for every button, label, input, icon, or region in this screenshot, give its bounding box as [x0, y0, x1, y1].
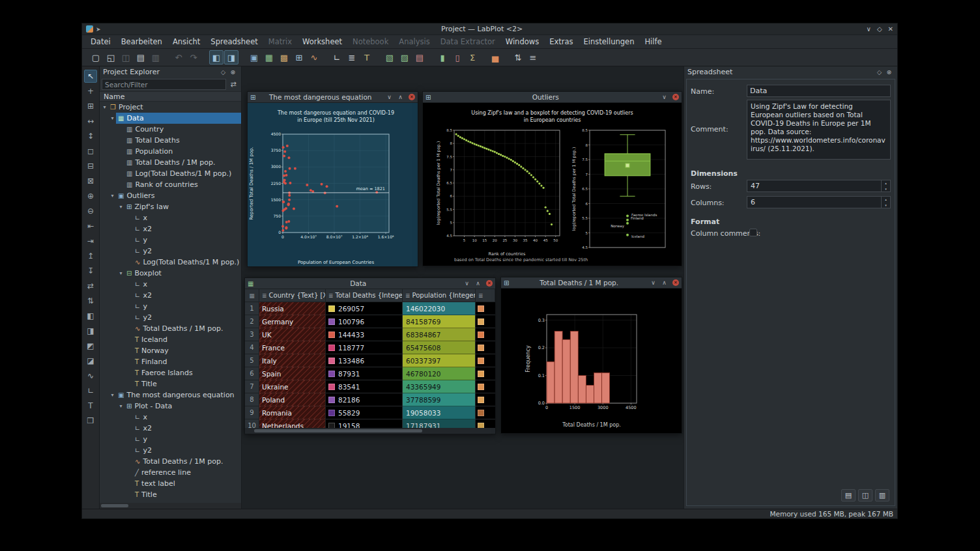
- save-document-icon[interactable]: ◫: [119, 50, 133, 64]
- zoom-x-select-icon[interactable]: ↔: [84, 115, 97, 128]
- cell-country[interactable]: Spain: [259, 367, 326, 380]
- tree-item[interactable]: T Finland: [100, 356, 241, 367]
- worksheet-canvas[interactable]: 07501500225030003750450004.0×10⁷8.0×10⁷1…: [248, 103, 418, 266]
- expander-icon[interactable]: ▾: [109, 115, 116, 121]
- tree-item[interactable]: ▥ Log(Total Deaths/1 M pop.): [100, 168, 241, 179]
- statistics-icon[interactable]: Σ: [465, 50, 480, 64]
- dock-top-icon[interactable]: ◩: [84, 339, 97, 352]
- column-header-partial[interactable]: ≣: [476, 289, 495, 302]
- comment-field[interactable]: Using Zipf's Law for detecting European …: [747, 100, 891, 160]
- selection-mode-icon[interactable]: ◨: [224, 50, 238, 64]
- tree-item[interactable]: ∟ x2: [100, 423, 241, 434]
- cell-total-deaths[interactable]: 100796: [326, 315, 403, 328]
- cell-total-deaths[interactable]: 55829: [326, 406, 403, 419]
- cell-population[interactable]: 68384867: [403, 328, 476, 341]
- row-number[interactable]: 8: [245, 393, 259, 406]
- dock-left-icon[interactable]: ◧: [84, 309, 97, 322]
- subwindow-titlebar[interactable]: ▦ Data ∨ ∧ ✕: [245, 278, 495, 289]
- cell-country[interactable]: UK: [259, 328, 326, 341]
- cell-population[interactable]: 46780120: [403, 367, 476, 380]
- rows-spinbox[interactable]: 47 ▴ ▾: [747, 180, 891, 192]
- restore-icon[interactable]: ∧: [660, 279, 669, 287]
- tree-item[interactable]: ∟ y2: [100, 312, 241, 323]
- expander-icon[interactable]: ▾: [109, 392, 116, 398]
- cell-country[interactable]: Netherlands: [259, 419, 326, 428]
- menu-data-extractor[interactable]: Data Extractor: [435, 35, 500, 48]
- save-icon[interactable]: ◫: [858, 489, 872, 502]
- cell-extra[interactable]: [476, 393, 495, 406]
- insert-column-icon[interactable]: ▮: [435, 50, 450, 64]
- worksheet-canvas[interactable]: 0.00.10.20.30150030004500Total Deaths / …: [501, 289, 682, 433]
- row-number[interactable]: 7: [245, 380, 259, 393]
- save-as-icon[interactable]: ▥: [875, 489, 889, 502]
- menu-spreadsheet[interactable]: Spreadsheet: [205, 35, 263, 48]
- restore-icon[interactable]: ∧: [474, 279, 482, 288]
- cell-extra[interactable]: [476, 367, 495, 380]
- tree-item[interactable]: ▥ Rank of countries: [100, 179, 241, 190]
- dock-right-icon[interactable]: ◨: [84, 324, 97, 337]
- print-preview-icon[interactable]: ▥: [149, 50, 163, 64]
- axis-tool-icon[interactable]: ∟: [84, 384, 97, 397]
- tree-item[interactable]: ▾ ⊞ Zipf's law: [100, 201, 241, 212]
- cell-population[interactable]: 60337397: [403, 354, 476, 367]
- cell-total-deaths[interactable]: 19158: [326, 419, 403, 428]
- cell-total-deaths[interactable]: 83541: [326, 380, 403, 393]
- cell-total-deaths[interactable]: 269057: [326, 302, 403, 315]
- new-xy-curve-icon[interactable]: ∿: [307, 50, 321, 64]
- cell-extra[interactable]: [476, 315, 495, 328]
- select-cursor-icon[interactable]: ↖: [84, 70, 97, 83]
- close-icon[interactable]: ✕: [672, 279, 679, 286]
- open-document-icon[interactable]: ◱: [104, 50, 118, 64]
- cell-extra[interactable]: [476, 354, 495, 367]
- curve-tool-icon[interactable]: ∿: [84, 369, 97, 382]
- folder-tool-icon[interactable]: ❒: [84, 414, 97, 427]
- cell-total-deaths[interactable]: 133486: [326, 354, 403, 367]
- pointer-mode-icon[interactable]: ◧: [209, 50, 223, 64]
- cell-population[interactable]: 17187931: [403, 419, 476, 428]
- histogram-chart[interactable]: 0.00.10.20.30150030004500Total Deaths / …: [525, 311, 642, 429]
- cell-country[interactable]: Russia: [259, 302, 326, 315]
- tree-item[interactable]: ▥ Total Deaths: [100, 135, 241, 146]
- maximize-button[interactable]: ◇: [877, 25, 882, 33]
- cell-extra[interactable]: [476, 380, 495, 393]
- spin-down-icon[interactable]: ▾: [882, 203, 890, 208]
- tree-item[interactable]: ∿ Total Deaths / 1M pop.: [100, 323, 241, 334]
- tree-item[interactable]: T Faeroe Islands: [100, 367, 241, 378]
- subwindow-titlebar[interactable]: ⊞ Outliers ∨ ✕: [423, 92, 682, 103]
- cell-total-deaths[interactable]: 82186: [326, 393, 403, 406]
- new-plot-icon[interactable]: ⊞: [292, 50, 306, 64]
- title-bar[interactable]: ➤ Project — LabPlot <2> ∨ ◇ ✕: [82, 23, 897, 35]
- row-number[interactable]: 4: [245, 341, 259, 354]
- scrollbar-thumb[interactable]: [254, 429, 422, 432]
- auto-scale-x-icon[interactable]: ⊟: [84, 160, 97, 173]
- expander-icon[interactable]: ▾: [109, 193, 116, 199]
- scrollbar-thumb[interactable]: [101, 504, 128, 507]
- close-icon[interactable]: ✕: [409, 94, 415, 100]
- row-number[interactable]: 5: [245, 354, 259, 367]
- new-spreadsheet-icon[interactable]: ▦: [262, 50, 276, 64]
- shade-icon[interactable]: ∨: [385, 93, 394, 102]
- cell-extra[interactable]: [476, 419, 495, 428]
- close-icon[interactable]: ✕: [672, 94, 679, 100]
- expander-icon[interactable]: ▾: [117, 204, 124, 210]
- shade-icon[interactable]: ∨: [649, 279, 657, 287]
- tree-item[interactable]: T Title: [100, 489, 241, 500]
- float-dock-icon[interactable]: ◇: [874, 68, 884, 76]
- zoom-out-icon[interactable]: ⊖: [84, 205, 97, 218]
- insert-row-below-icon[interactable]: ▨: [397, 50, 412, 64]
- subwindow-titlebar[interactable]: ⊞ The most dangerous equation ∨ ∧ ✕: [248, 92, 418, 103]
- menu-notebook[interactable]: Notebook: [347, 35, 394, 48]
- menu-windows[interactable]: Windows: [500, 35, 544, 48]
- shift-left-x-icon[interactable]: ⇤: [84, 219, 97, 233]
- tree-item[interactable]: ▾ ▣ The most dangerous equation: [100, 389, 241, 401]
- add-axis-icon[interactable]: ∟: [330, 50, 344, 64]
- worksheet-window-histogram[interactable]: ⊞ Total Deaths / 1 M pop. ∨ ∧ ✕ 0.00.10.…: [500, 277, 682, 434]
- crosshair-icon[interactable]: +: [84, 85, 97, 98]
- spin-up-icon[interactable]: ▴: [882, 180, 890, 186]
- tree-item[interactable]: ▥ Population: [100, 146, 241, 157]
- tree-item[interactable]: ∿ Log(Total Deaths/1 M pop.): [100, 257, 241, 268]
- tree-item[interactable]: ╱ reference line: [100, 467, 241, 478]
- pin-icon[interactable]: ➤: [96, 26, 101, 33]
- remove-row-icon[interactable]: ▤: [412, 50, 427, 64]
- undo-icon[interactable]: ↶: [171, 50, 186, 64]
